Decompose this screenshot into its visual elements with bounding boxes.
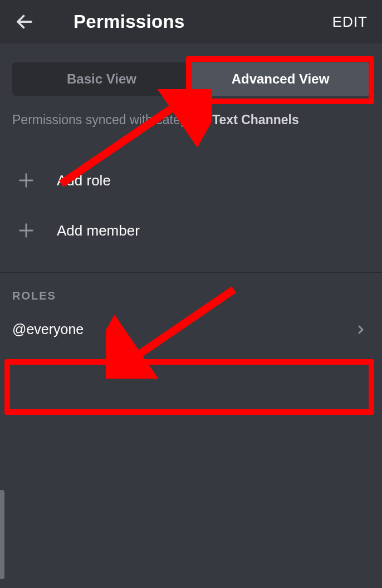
sync-prefix: Permissions synced with category: [12,112,212,127]
tab-advanced-view[interactable]: Advanced View [191,62,370,96]
back-arrow-icon[interactable] [14,12,35,32]
chevron-right-icon [354,323,368,336]
add-member-button[interactable]: Add member [0,205,382,256]
header-bar: Permissions EDIT [0,0,382,43]
sync-category: Text Channels [212,112,299,127]
plus-icon [17,221,36,240]
tab-basic-view[interactable]: Basic View [12,62,191,96]
add-list: Add role Add member [0,155,382,256]
role-item-everyone[interactable]: @everyone [0,309,382,350]
sync-status: Permissions synced with category: Text C… [12,112,370,128]
role-name: @everyone [12,321,84,337]
edit-button[interactable]: EDIT [332,13,368,31]
page-title: Permissions [74,11,185,32]
plus-icon [17,171,36,190]
scroll-edge [0,490,4,579]
header-left: Permissions [14,11,185,32]
roles-section: ROLES @everyone [0,272,382,350]
view-tabs: Basic View Advanced View [12,62,370,96]
add-member-label: Add member [57,222,140,239]
add-role-label: Add role [57,172,111,189]
roles-heading: ROLES [0,273,382,309]
annotation-highlight-everyone-role [4,359,374,415]
add-role-button[interactable]: Add role [0,155,382,205]
